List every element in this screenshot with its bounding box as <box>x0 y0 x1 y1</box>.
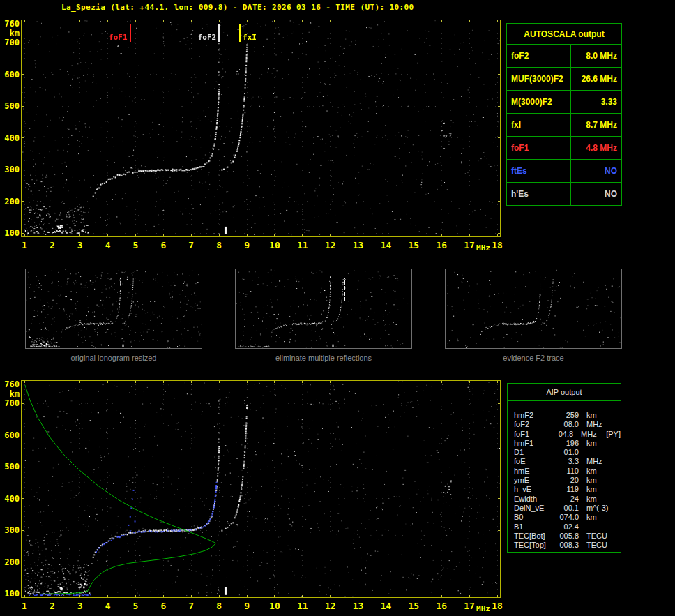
autoscala-param-value: 3.33 <box>571 91 622 114</box>
x-tick-label: 4 <box>105 240 111 250</box>
y-axis-unit-label: km <box>1 29 20 38</box>
aip-param-value: 24 <box>556 495 579 504</box>
x-tick-label: 9 <box>244 240 250 250</box>
x-tick-label: 10 <box>269 601 280 611</box>
aip-param-value: 196 <box>556 439 579 448</box>
ionogram-canvas-top <box>22 20 500 236</box>
aip-param-unit: MHz <box>579 420 610 429</box>
thumbnail-original-ionogram <box>25 269 202 349</box>
aip-param-label: D1 <box>508 448 556 457</box>
thumbnail-evidence-f2 <box>445 269 622 349</box>
aip-param-value: 08.0 <box>556 420 579 429</box>
autoscala-param-label: fxI <box>507 114 571 137</box>
x-tick-label: 17 <box>464 240 475 250</box>
x-tick-label: 16 <box>436 240 447 250</box>
x-tick-label: 15 <box>409 601 420 611</box>
x-tick-label: 1 <box>22 240 27 250</box>
aip-output-box: AIP output hmF2259kmfoF208.0MHzfoF104.8M… <box>507 383 621 553</box>
aip-row: TEC[Top]008.3TECU <box>508 541 621 550</box>
aip-param-unit: TECU <box>579 532 610 541</box>
aip-param-label: foF2 <box>508 420 556 429</box>
thumbnail-canvas-f2 <box>446 269 621 348</box>
aip-param-extra <box>610 467 614 476</box>
x-tick-label: 10 <box>269 240 280 250</box>
aip-row: hmF2259km <box>508 411 621 420</box>
fxi-marker-line <box>239 24 241 42</box>
y-tick-label: 200 <box>1 557 20 567</box>
autoscala-param-label: h'Es <box>507 183 571 206</box>
x-tick-label: 6 <box>160 601 166 611</box>
aip-param-extra <box>610 439 614 448</box>
x-tick-label: 2 <box>50 601 55 611</box>
aip-row: ymE20km <box>508 476 621 485</box>
autoscala-param-label: MUF(3000)F2 <box>507 68 571 91</box>
y-tick-label: 400 <box>1 494 20 504</box>
fof2-marker-line <box>218 24 220 42</box>
x-tick-label: 4 <box>105 601 111 611</box>
aip-param-value: 119 <box>556 485 579 494</box>
aip-param-label: hmF2 <box>508 411 556 420</box>
x-tick-label: 13 <box>353 240 364 250</box>
x-tick-label: 2 <box>50 240 55 250</box>
aip-param-extra <box>610 523 614 532</box>
autoscala-window: La_Spezia (lat: +44.1, lon: 009.8) - DAT… <box>0 0 675 616</box>
autoscala-row: foF28.0 MHz <box>507 45 622 68</box>
aip-row: D101.0 <box>508 448 621 457</box>
aip-param-unit <box>579 523 610 532</box>
aip-param-unit <box>579 448 610 457</box>
autoscala-param-value: 8.0 MHz <box>571 45 622 68</box>
aip-param-extra <box>610 532 614 541</box>
autoscala-param-value: 8.7 MHz <box>571 114 622 137</box>
aip-param-label: B0 <box>508 513 556 522</box>
y-tick-label: 700 <box>1 398 20 408</box>
x-tick-label: 8 <box>216 240 222 250</box>
y-tick-label: 100 <box>1 589 20 599</box>
aip-param-extra <box>610 476 614 485</box>
aip-param-unit: TECU <box>579 541 610 550</box>
x-axis-unit-label: MHz <box>476 604 490 613</box>
aip-param-label: hmE <box>508 467 556 476</box>
aip-param-value: 074.0 <box>556 513 579 522</box>
x-tick-label: 12 <box>325 240 336 250</box>
aip-param-unit: MHz <box>573 430 602 439</box>
x-tick-label: 11 <box>297 240 308 250</box>
autoscala-row: fxI8.7 MHz <box>507 114 622 137</box>
aip-param-label: hmF1 <box>508 439 556 448</box>
x-tick-label: 16 <box>436 601 447 611</box>
aip-param-extra <box>610 513 614 522</box>
ionogram-canvas-bottom <box>22 381 500 597</box>
aip-param-value: 04.8 <box>552 430 573 439</box>
x-tick-label: 13 <box>353 601 364 611</box>
y-tick-label: 760 <box>1 380 20 389</box>
thumbnail-caption-f2: evidence F2 trace <box>445 354 622 362</box>
x-tick-label: 9 <box>244 601 250 611</box>
x-tick-label: 18 <box>492 240 503 250</box>
autoscala-row: MUF(3000)F226.6 MHz <box>507 68 622 91</box>
aip-row: foE3.3MHz <box>508 457 621 466</box>
autoscala-param-value: 26.6 MHz <box>571 68 622 91</box>
y-tick-label: 500 <box>1 101 20 111</box>
autoscala-param-label: ftEs <box>507 160 571 183</box>
aip-param-value: 20 <box>556 476 579 485</box>
aip-param-extra <box>610 485 614 494</box>
aip-param-value: 008.3 <box>556 541 579 550</box>
aip-row: DelN_vE00.1m^(-3) <box>508 504 621 513</box>
y-tick-label: 600 <box>1 430 20 440</box>
aip-param-unit: km <box>579 495 610 504</box>
y-tick-label: 600 <box>1 70 20 80</box>
fof2-marker-label: foF2 <box>198 33 217 42</box>
thumbnail-canvas-original <box>26 269 202 348</box>
x-tick-label: 14 <box>381 601 392 611</box>
aip-param-value: 02.4 <box>556 523 579 532</box>
aip-param-label: TEC[Bot] <box>508 532 556 541</box>
aip-param-extra <box>610 457 614 466</box>
aip-rows: hmF2259kmfoF208.0MHzfoF104.8MHz[PY]hmF11… <box>508 401 621 550</box>
aip-row: TEC[Bot]005.8TECU <box>508 532 621 541</box>
y-tick-label: 300 <box>1 165 20 174</box>
fxi-marker-label: fxI <box>243 33 257 42</box>
x-tick-label: 17 <box>464 601 475 611</box>
aip-param-unit: m^(-3) <box>579 504 610 513</box>
x-tick-label: 8 <box>216 601 222 611</box>
aip-param-value: 259 <box>556 411 579 420</box>
page-title: La_Spezia (lat: +44.1, lon: 009.8) - DAT… <box>61 3 414 12</box>
